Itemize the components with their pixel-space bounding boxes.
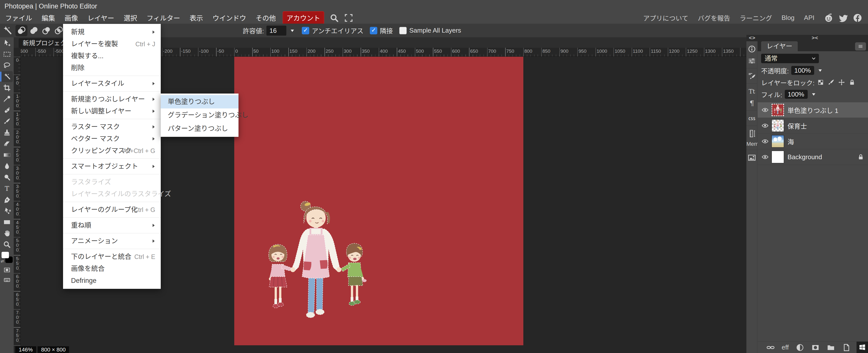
css-panel-icon[interactable]: CSS [748,114,756,122]
adjust-sliders-panel-icon[interactable] [748,57,756,65]
fill-input[interactable]: 100% [785,90,808,99]
submenu-item-2[interactable]: パターン塗りつぶし [161,122,239,135]
menu-item-5[interactable]: レイヤースタイル [63,78,161,90]
spot-heal-tool[interactable] [1,105,13,116]
mode-subtract-icon[interactable] [40,25,52,36]
tolerance-input[interactable]: 16 [267,26,286,36]
half-circle-icon[interactable] [796,343,804,352]
rect-shape-tool[interactable] [1,217,13,227]
move-tool[interactable] [1,38,13,48]
layer-thumbnail[interactable] [772,104,784,116]
reddit-icon[interactable] [824,13,834,23]
gradient-tool[interactable] [1,149,13,161]
windows-icon[interactable] [857,342,868,353]
mode-new-icon[interactable] [16,25,27,36]
layer-thumbnail[interactable] [772,119,784,132]
twitter-icon[interactable] [838,13,848,23]
visibility-eye-icon[interactable] [761,138,770,145]
top-link-4[interactable]: API [799,12,819,23]
menu-item-0[interactable]: 新規 [63,26,161,38]
rect-select-tool[interactable] [1,49,13,60]
top-link-3[interactable]: Blog [777,12,799,23]
menubar-item-2[interactable]: 画像 [60,11,83,24]
new-layer-icon[interactable] [842,343,850,352]
submenu-item-0[interactable]: 単色塗りつぶし [161,95,239,108]
brush-tool[interactable] [1,116,13,127]
tool-settings-panel-icon[interactable] [748,72,756,80]
zoom-level[interactable]: 146% [15,346,36,353]
submenu-item-1[interactable]: グラデーション塗りつぶし [161,108,239,122]
menu-item-27[interactable]: Defringe [63,275,161,287]
menu-item-3[interactable]: 削除 [63,62,161,74]
menu-item-1[interactable]: レイヤーを複製Ctrl + J [63,38,161,50]
fill-dropdown-icon[interactable] [811,91,817,97]
menu-item-26[interactable]: 画像を統合 [63,263,161,275]
keyboard-icon[interactable] [1,275,12,284]
menu-item-23[interactable]: アニメーション [63,235,161,247]
document-tab[interactable]: 新規プロジェクト.p [19,38,63,48]
hamburger-icon[interactable] [855,42,866,50]
blend-mode-select[interactable]: 通常 [761,54,819,63]
top-link-2[interactable]: ラーニング [735,12,777,24]
collapse-left-icon[interactable]: <> [749,35,755,41]
lock-icon[interactable] [848,79,856,86]
foreground-color-swatch[interactable] [1,251,9,258]
lasso-tool[interactable] [1,60,13,71]
checkerboard-icon[interactable] [817,79,825,86]
type-tool[interactable]: T [1,183,13,194]
mode-add-icon[interactable] [28,25,40,36]
color-swatches[interactable]: ⇄ [1,251,13,263]
opacity-dropdown-icon[interactable] [817,67,823,73]
layer-thumbnail[interactable] [772,135,784,147]
hand-tool[interactable] [1,228,13,239]
visibility-eye-icon[interactable] [761,106,770,114]
top-link-1[interactable]: バグを報告 [693,12,735,24]
menubar-item-8[interactable]: その他 [251,11,281,24]
menu-item-21[interactable]: 重ね順 [63,219,161,232]
mask-icon[interactable] [811,343,820,352]
paragraph-panel-icon[interactable]: ¶ [748,99,756,107]
dodge-tool[interactable] [1,172,13,183]
document-canvas[interactable] [234,57,523,345]
layers-tab[interactable]: レイヤー [761,41,798,51]
character-panel-icon[interactable]: Tt [748,87,756,96]
menubar-item-6[interactable]: 表示 [185,11,208,24]
visibility-eye-icon[interactable] [761,153,770,161]
menubar-item-4[interactable]: 選択 [119,11,142,24]
fullscreen-icon[interactable] [344,13,353,23]
quick-mask-icon[interactable] [1,266,12,274]
collapse-right-icon[interactable]: >< [812,35,818,41]
move-cross-icon[interactable] [838,79,845,86]
crop-tool[interactable] [1,82,13,93]
layer-row-2[interactable]: 海 [757,134,868,149]
image-panel-icon[interactable] [748,153,756,162]
menu-item-19[interactable]: レイヤーのグループ化Ctrl + G [63,204,161,216]
layer-row-0[interactable]: 単色塗りつぶし 1 [757,102,868,118]
checkbox-checked[interactable] [302,27,309,34]
menu-item-14[interactable]: スマートオブジェクト [63,161,161,172]
menubar-item-1[interactable]: 編集 [37,11,60,24]
layer-thumbnail[interactable] [772,151,784,163]
opacity-input[interactable]: 100% [791,66,814,75]
menu-item-11[interactable]: ベクター マスク [63,133,161,145]
path-select-tool[interactable] [1,206,13,216]
menu-item-2[interactable]: 複製する... [63,50,161,62]
info-panel-icon[interactable] [748,45,756,53]
vruler-measure-panel-icon[interactable] [748,129,756,138]
eyedropper-tool[interactable] [1,94,13,104]
layer-row-3[interactable]: Background [757,149,868,165]
account-button[interactable]: アカウント [283,11,324,24]
clone-stamp-tool[interactable] [1,127,13,138]
menu-item-8[interactable]: 新しい調整レイヤー [63,105,161,117]
menu-item-7[interactable]: 新規塗りつぶしレイヤー [63,93,161,105]
brush-small-icon[interactable] [827,79,835,86]
tolerance-dropdown-icon[interactable] [289,28,295,34]
menu-item-25[interactable]: 下のレイヤーと統合Ctrl + E [63,251,161,263]
layer-row-1[interactable]: 保育士 [757,118,868,134]
menubar-item-5[interactable]: フィルター [142,11,185,24]
checkbox-unchecked[interactable] [399,27,407,34]
link-icon[interactable] [766,343,775,352]
visibility-eye-icon[interactable] [761,122,770,129]
eraser-tool[interactable] [1,138,13,149]
blur-tool[interactable] [1,161,13,172]
